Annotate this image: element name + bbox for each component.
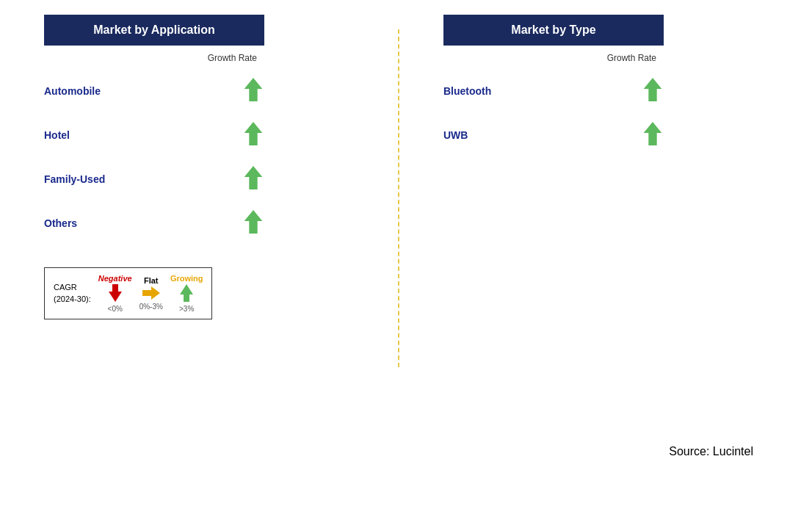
svg-marker-8 [644,122,662,145]
automobile-label: Automobile [44,85,242,97]
svg-marker-4 [109,284,122,302]
bluetooth-arrow-icon [642,76,664,106]
svg-marker-7 [644,78,662,101]
legend-flat-label: Flat [144,276,159,285]
uwb-arrow-icon [642,120,664,150]
table-row: Automobile [44,69,264,113]
legend-growing-arrow-icon [178,283,195,305]
source-attribution: Source: Lucintel [669,445,753,458]
uwb-label: UWB [443,129,642,141]
legend-negative-arrow-icon [107,283,123,305]
legend-flat-item: Flat 0%-3% [139,276,163,311]
legend-negative-label: Negative [98,274,132,283]
table-row: Bluetooth [443,69,664,113]
table-row: Family-Used [44,157,264,201]
right-panel-header: Market by Type [443,15,664,46]
legend-flat-arrow-icon [141,285,162,303]
legend-growing-item: Growing >3% [170,274,203,313]
legend-negative-item: Negative <0% [98,274,132,313]
left-growth-rate-label: Growth Rate [44,53,264,63]
legend-negative-range: <0% [108,305,123,313]
svg-marker-3 [244,210,263,234]
right-growth-rate-label: Growth Rate [443,53,664,63]
table-row: UWB [443,113,664,157]
automobile-arrow-icon [242,76,264,106]
hotel-arrow-icon [242,120,264,150]
legend-flat-range: 0%-3% [139,303,163,311]
legend-box: CAGR (2024-30): Negative <0% Flat [44,267,212,319]
svg-marker-1 [244,122,263,145]
source-text: Source: Lucintel [669,445,753,458]
svg-marker-2 [244,166,263,189]
svg-marker-6 [180,284,193,302]
family-used-label: Family-Used [44,173,242,185]
bluetooth-label: Bluetooth [443,85,642,97]
left-panel-header: Market by Application [44,15,264,46]
others-label: Others [44,217,242,229]
family-used-arrow-icon [242,164,264,194]
hotel-label: Hotel [44,129,242,141]
svg-marker-5 [142,286,160,300]
others-arrow-icon [242,209,264,238]
table-row: Hotel [44,113,264,157]
legend-growing-label: Growing [170,274,203,283]
legend-cagr-label: CAGR (2024-30): [54,282,91,305]
legend-growing-range: >3% [179,305,194,313]
left-panel: Market by Application Growth Rate Automo… [44,15,398,502]
right-panel: Market by Type Growth Rate Bluetooth UWB… [399,15,768,502]
svg-marker-0 [244,78,263,101]
table-row: Others [44,201,264,245]
